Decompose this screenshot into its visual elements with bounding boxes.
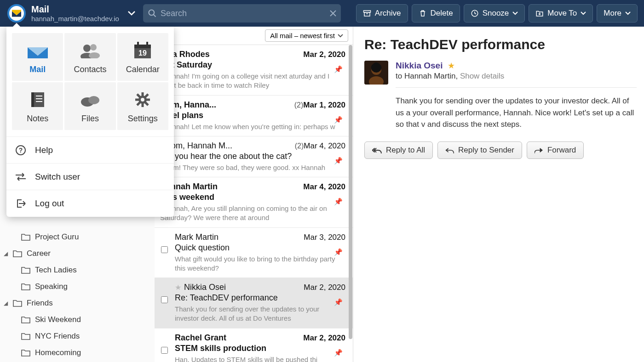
message-subject: lext Saturday [160,60,345,70]
folder-icon [13,300,22,307]
sort-filter-button[interactable]: All mail – newest first [265,29,348,42]
message-from: Tina Rhodes [160,50,303,59]
message-item[interactable]: ★Nikkia OseiMar 2, 2020Re: TeachDEV perf… [155,278,353,328]
app-contacts[interactable]: Contacts [64,33,115,81]
folder-nyc-friends[interactable]: NYC Friends [0,328,155,345]
svg-point-17 [90,44,97,51]
collapse-icon: ◢ [4,250,11,257]
app-mail[interactable]: Mail [12,33,63,81]
folder-label: Speaking [35,282,68,291]
move-to-folder-icon [535,9,544,17]
star-icon[interactable]: ★ [175,283,181,292]
clear-search-icon[interactable] [330,10,336,17]
pin-icon[interactable]: 📌 [334,116,343,124]
app-calendar[interactable]: 19Calendar [117,33,168,81]
message-item[interactable]: Rachel GrantMar 2, 2020STEM skills produ… [155,328,353,362]
account-dropdown-toggle[interactable] [127,11,136,16]
show-details-link[interactable]: Show details [460,72,504,80]
folder-homecoming[interactable]: Homecoming [0,345,155,361]
folder-icon [21,233,30,241]
reply-all-button[interactable]: Reply to All [364,141,433,159]
message-preview: i Mom! They were so bad, they were good.… [160,163,345,172]
logout-icon [15,199,27,208]
switch-user-menu-item[interactable]: Switch user [6,164,174,190]
svg-point-38 [141,98,144,102]
archive-icon [363,9,371,17]
calendar-icon: 19 [133,40,152,61]
delete-button[interactable]: Delete [412,4,460,23]
forward-button[interactable]: Forward [527,141,584,159]
folder-icon [21,349,30,356]
pin-icon[interactable]: 📌 [334,65,343,74]
message-subject: Quick question [175,243,345,253]
reply-sender-button[interactable]: Reply to Sender [437,141,522,159]
more-button[interactable]: More [597,4,638,23]
app-label: Files [81,114,99,124]
app-settings[interactable]: Settings [117,82,168,130]
pin-icon[interactable]: 📌 [334,349,343,357]
svg-text:?: ? [19,147,23,154]
reader-sender-name[interactable]: Nikkia Osei [396,61,443,70]
reader-subject: Re: TeachDEV performance [364,37,637,52]
app-logo[interactable] [7,4,26,23]
app-files[interactable]: Files [64,82,115,130]
star-icon[interactable]: ★ [448,61,455,70]
message-preview: Thank you for sending over the updates t… [175,305,345,323]
notes-icon [29,89,46,110]
message-checkbox[interactable] [161,347,168,354]
folder-project-guru[interactable]: Project Guru [0,229,155,245]
message-subject: ravel plans [160,111,345,120]
message-date: Mar 2, 2020 [303,334,345,343]
chevron-down-icon [127,11,136,16]
message-reader: Re: TeachDEV performance Nikkia Osei ★ t… [353,27,644,362]
search-input[interactable] [161,9,330,18]
search-box[interactable] [143,4,341,23]
message-item[interactable]: Tina RhodesMar 2, 2020lext Saturdayi Han… [155,45,353,96]
pin-icon[interactable]: 📌 [334,248,343,256]
folder-friends[interactable]: ◢Friends [0,295,155,311]
app-label: Calendar [126,65,160,74]
move-to-button[interactable]: Move To [529,4,593,23]
mail-icon [12,10,21,17]
svg-rect-21 [134,45,151,48]
message-checkbox[interactable] [161,296,168,303]
pin-icon[interactable]: 📌 [334,198,343,206]
chevron-down-icon [338,34,343,38]
archive-button[interactable]: Archive [356,4,408,23]
folder-ski-weekend[interactable]: Ski Weekend [0,311,155,328]
pin-icon[interactable]: 📌 [334,157,343,165]
message-date: Mar 2, 2020 [304,283,345,292]
svg-rect-26 [31,92,34,107]
message-item[interactable]: Mark MartinMar 3, 2020Quick questionWhat… [155,228,353,278]
svg-point-16 [83,45,91,52]
message-from: Rachel Grant [175,333,303,343]
folder-icon [21,266,30,274]
app-switcher-menu: MailContacts19CalendarNotesFilesSettings… [6,27,174,217]
help-icon: ? [15,145,27,156]
message-preview: i Hannah! I'm going on a college visit n… [160,72,345,90]
message-item[interactable]: Mom, Hanna...(2)Mar 1, 2020ravel plansi … [155,96,353,136]
message-from: Mom, Hanna... [160,100,292,110]
log-out-menu-item[interactable]: Log out [6,190,174,217]
app-notes[interactable]: Notes [12,82,63,130]
message-item[interactable]: Hannah MartinMar 4, 2020This weekendi Ha… [155,177,353,228]
folder-icon [13,250,22,257]
snooze-button[interactable]: Snooze [464,4,525,23]
help-menu-item[interactable]: ? Help [6,137,174,164]
reader-actions: Reply to All Reply to Sender Forward [364,141,637,159]
reader-recipients: to Hannah Martin, Show details [396,72,637,81]
svg-rect-7 [364,12,370,16]
message-item[interactable]: lom, Hannah M...(2)Mar 4, 2020Did you he… [155,136,353,177]
folder-speaking[interactable]: Speaking [0,278,155,295]
list-scrollbar[interactable] [348,45,353,362]
message-date: Mar 3, 2020 [304,233,345,242]
message-checkbox[interactable] [161,246,168,253]
folder-career[interactable]: ◢Career [0,245,155,262]
folder-icon [21,316,30,323]
folder-tech-ladies[interactable]: Tech Ladies [0,262,155,278]
reader-body: Thank you for sending over the updates t… [396,95,637,130]
message-toolbar: Archive Delete Snooze Move To More [356,4,638,23]
app-label: Mail [29,65,46,74]
list-filter-bar: All mail – newest first [155,27,353,45]
pin-icon[interactable]: 📌 [334,298,343,306]
